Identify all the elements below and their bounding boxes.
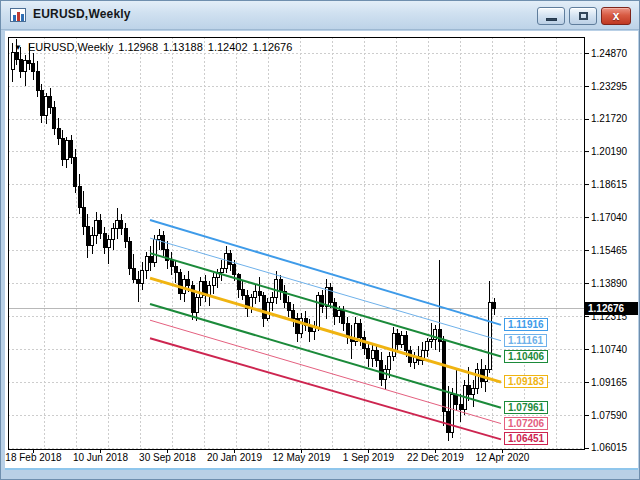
trendline-price-label: 1.06451 [504,432,548,445]
date-tick-label: 12 Apr 2020 [475,452,529,463]
trendline-price-label: 1.09183 [504,375,548,388]
price-tick-label: 1.15465 [591,245,627,256]
low-value: 1.12402 [208,41,248,53]
trendline-price-label: 1.11161 [504,334,547,347]
chart-window: EURUSD,Weekly x ▼EURUSD,Weekly1.129681.1… [0,0,640,480]
price-tick-label: 1.09165 [591,377,627,388]
close-button[interactable]: x [601,7,631,25]
restore-button[interactable] [569,7,597,25]
trendline-price-label: 1.07961 [504,401,548,414]
price-tick-label: 1.13890 [591,278,627,289]
title-bar[interactable]: EURUSD,Weekly x [1,1,640,30]
minimize-button[interactable] [537,7,565,25]
price-tick-label: 1.23295 [591,81,627,92]
price-tick-label: 1.24870 [591,48,627,59]
chart-symbol-label: EURUSD,Weekly [28,41,113,53]
close-value: 1.12676 [253,41,293,53]
date-tick-label: 20 Jan 2019 [207,452,262,463]
chart-icon [10,8,26,22]
date-tick-label: 10 Jun 2018 [73,452,128,463]
date-tick-label: 18 Feb 2018 [5,452,61,463]
chart-ohlc-header: ▼EURUSD,Weekly1.129681.131881.124021.126… [14,41,297,53]
close-icon: x [613,10,620,22]
price-tick-label: 1.20190 [591,146,627,157]
price-tick-label: 1.07590 [591,410,627,421]
trendline-price-label: 1.11916 [504,318,548,331]
current-price-badge: 1.12676 [585,302,638,315]
minimize-icon [546,18,557,21]
price-tick-label: 1.17040 [591,212,627,223]
window-title: EURUSD,Weekly [33,7,131,21]
high-value: 1.13188 [163,41,203,53]
date-tick-label: 30 Sep 2018 [139,452,196,463]
window-frame-accent [5,468,638,470]
price-tick-label: 1.21720 [591,113,627,124]
open-value: 1.12968 [118,41,158,53]
date-tick-label: 22 Dec 2019 [407,452,464,463]
date-tick-label: 12 May 2019 [273,452,331,463]
price-tick-label: 1.18615 [591,179,627,190]
trendline-price-label: 1.10406 [504,350,548,363]
trendline-price-label: 1.07206 [504,417,548,430]
date-tick-label: 1 Sep 2019 [343,452,394,463]
price-tick-label: 1.06015 [591,442,627,453]
chevron-down-icon[interactable]: ▼ [14,43,22,52]
restore-icon [579,12,588,20]
price-tick-label: 1.10740 [591,344,627,355]
